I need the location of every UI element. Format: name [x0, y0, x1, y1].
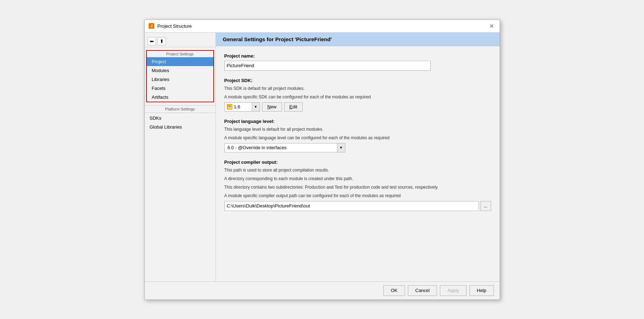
main-content: General Settings for Project 'PictureFri…: [216, 33, 500, 281]
new-sdk-button[interactable]: New: [262, 102, 282, 112]
title-bar: J Project Structure ✕: [145, 20, 500, 33]
app-icon: J: [148, 23, 155, 29]
project-sdk-desc2: A module specific SDK can be configured …: [224, 94, 491, 100]
project-name-section: Project name:: [224, 53, 491, 71]
apply-button[interactable]: Apply: [440, 285, 467, 296]
sdk-value: 1.6: [234, 104, 240, 109]
main-header: General Settings for Project 'PictureFri…: [216, 33, 500, 46]
language-level-desc2: A module specific language level can be …: [224, 135, 491, 141]
project-settings-header: Project Settings: [147, 51, 213, 57]
sidebar-item-facets[interactable]: Facets: [147, 84, 213, 93]
language-level-label: Project language level:: [224, 119, 491, 124]
language-level-dropdown-btn[interactable]: ▼: [337, 144, 345, 152]
platform-settings-header: Platform Settings: [145, 105, 215, 113]
main-body: Project name: Project SDK: This SDK is d…: [216, 46, 500, 281]
forward-button[interactable]: ⬆: [158, 37, 166, 45]
sidebar-item-modules[interactable]: Modules: [147, 66, 213, 75]
project-sdk-section: Project SDK: This SDK is default for all…: [224, 78, 491, 112]
sdk-row: ☕ 1.6 ▼ New Edit: [224, 102, 491, 112]
cancel-button[interactable]: Cancel: [408, 285, 437, 296]
back-button[interactable]: ⬅: [148, 37, 156, 45]
language-level-value: 6.0 - @Override in interfaces: [225, 145, 337, 150]
browse-button[interactable]: ...: [480, 201, 491, 211]
language-level-section: Project language level: This language le…: [224, 119, 491, 152]
sidebar-toolbar: ⬅ ⬆: [145, 36, 215, 47]
compiler-output-desc2: A directory corresponding to each module…: [224, 175, 491, 182]
sidebar-item-global-libraries[interactable]: Global Libraries: [145, 123, 215, 131]
project-sdk-label: Project SDK:: [224, 78, 491, 83]
chevron-down-icon: ▼: [339, 146, 343, 150]
dialog-body: ⬅ ⬆ Project Settings Project Modules Lib…: [145, 33, 500, 281]
language-level-select[interactable]: 6.0 - @Override in interfaces ▼: [224, 143, 345, 152]
edit-sdk-label: Edit: [289, 104, 297, 109]
compiler-output-desc4: A module specific compiler output path c…: [224, 193, 491, 199]
sidebar-item-artifacts[interactable]: Artifacts: [147, 93, 213, 102]
project-settings-section: Project Settings Project Modules Librari…: [146, 50, 214, 102]
help-button[interactable]: Help: [469, 285, 494, 296]
sdk-icon: ☕: [227, 104, 233, 110]
compiler-output-desc1: This path is used to store all project c…: [224, 167, 491, 173]
sidebar: ⬅ ⬆ Project Settings Project Modules Lib…: [145, 33, 216, 281]
sdk-select[interactable]: ☕ 1.6 ▼: [224, 102, 260, 112]
svg-text:J: J: [150, 24, 152, 28]
ok-button[interactable]: OK: [383, 285, 405, 296]
sdk-dropdown-btn[interactable]: ▼: [252, 103, 260, 111]
edit-sdk-button[interactable]: Edit: [284, 102, 303, 112]
compiler-output-desc3: This directory contains two subdirectori…: [224, 184, 491, 190]
close-button[interactable]: ✕: [487, 22, 496, 30]
output-row: ...: [224, 201, 491, 211]
window-title: Project Structure: [158, 23, 192, 29]
sdk-select-inner: ☕ 1.6: [225, 104, 252, 110]
compiler-output-section: Project compiler output: This path is us…: [224, 160, 491, 211]
footer: OK Cancel Apply Help: [145, 281, 500, 299]
project-name-label: Project name:: [224, 53, 491, 59]
compiler-output-label: Project compiler output:: [224, 160, 491, 165]
new-sdk-label: New: [267, 104, 277, 109]
sidebar-item-project[interactable]: Project: [147, 57, 213, 66]
project-structure-dialog: J Project Structure ✕ ⬅ ⬆ Project Settin…: [144, 20, 500, 300]
forward-icon: ⬆: [160, 38, 164, 44]
browse-icon: ...: [484, 204, 487, 209]
language-level-desc1: This language level is default for all p…: [224, 126, 491, 133]
back-icon: ⬅: [150, 38, 154, 44]
project-sdk-desc1: This SDK is default for all project modu…: [224, 85, 491, 92]
compiler-output-input[interactable]: [224, 201, 479, 211]
sidebar-item-sdks[interactable]: SDKs: [145, 114, 215, 123]
sidebar-item-libraries[interactable]: Libraries: [147, 75, 213, 84]
chevron-down-icon: ▼: [254, 105, 257, 109]
title-bar-left: J Project Structure: [148, 23, 192, 29]
project-name-input[interactable]: [224, 61, 431, 71]
